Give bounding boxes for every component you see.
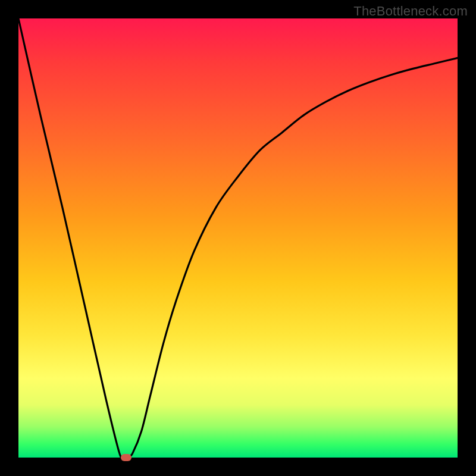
plot-area <box>18 18 458 458</box>
optimum-marker <box>121 454 131 461</box>
bottleneck-curve <box>18 18 458 458</box>
watermark-text: TheBottleneck.com <box>353 4 468 19</box>
chart-frame: TheBottleneck.com <box>0 0 476 476</box>
